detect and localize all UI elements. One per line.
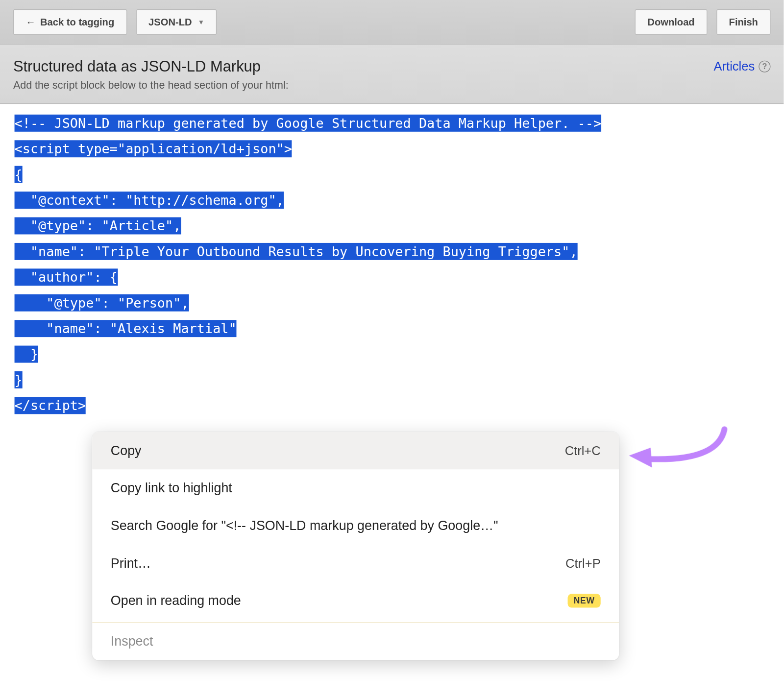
articles-link[interactable]: Articles ? bbox=[713, 59, 770, 74]
header-area: Structured data as JSON-LD Markup Add th… bbox=[0, 45, 784, 104]
page-subtitle: Add the script block below to the head s… bbox=[13, 80, 714, 92]
menu-item-label: Copy link to highlight bbox=[111, 481, 601, 496]
code-line: } bbox=[15, 371, 23, 388]
context-menu-copy[interactable]: Copy Ctrl+C bbox=[92, 432, 619, 470]
code-area: <!-- JSON-LD markup generated by Google … bbox=[0, 104, 784, 445]
code-line: </script> bbox=[15, 397, 86, 414]
code-line: "name": "Triple Your Outbound Results by… bbox=[15, 243, 578, 260]
new-badge: NEW bbox=[568, 594, 601, 607]
menu-item-label: Search Google for "<!-- JSON-LD markup g… bbox=[111, 518, 601, 533]
menu-item-label: Print… bbox=[111, 555, 565, 571]
context-menu-print[interactable]: Print… Ctrl+P bbox=[92, 544, 619, 582]
page-title: Structured data as JSON-LD Markup bbox=[13, 58, 714, 75]
menu-item-label: Inspect bbox=[111, 634, 601, 649]
help-icon: ? bbox=[759, 61, 770, 72]
code-block[interactable]: <!-- JSON-LD markup generated by Google … bbox=[15, 111, 771, 419]
context-menu-reading-mode[interactable]: Open in reading mode NEW bbox=[92, 582, 619, 620]
code-line: } bbox=[15, 346, 39, 363]
finish-button[interactable]: Finish bbox=[716, 9, 770, 35]
menu-item-label: Copy bbox=[111, 443, 565, 458]
context-menu-copy-link[interactable]: Copy link to highlight bbox=[92, 469, 619, 507]
articles-label: Articles bbox=[713, 59, 755, 74]
menu-item-label: Open in reading mode bbox=[111, 593, 559, 608]
chevron-down-icon: ▼ bbox=[198, 19, 204, 26]
download-button[interactable]: Download bbox=[635, 9, 707, 35]
back-to-tagging-button[interactable]: ← Back to tagging bbox=[13, 9, 127, 35]
code-line: "author": { bbox=[15, 268, 118, 286]
context-menu: Copy Ctrl+C Copy link to highlight Searc… bbox=[92, 432, 619, 660]
code-line: "@type": "Article", bbox=[15, 217, 181, 235]
toolbar: ← Back to tagging JSON-LD ▼ Download Fin… bbox=[0, 0, 784, 45]
code-line: { bbox=[15, 166, 23, 183]
code-line: "@type": "Person", bbox=[15, 294, 189, 312]
code-line: <!-- JSON-LD markup generated by Google … bbox=[15, 115, 602, 132]
context-menu-inspect[interactable]: Inspect bbox=[92, 623, 619, 660]
context-menu-search[interactable]: Search Google for "<!-- JSON-LD markup g… bbox=[92, 507, 619, 545]
back-label: Back to tagging bbox=[40, 17, 114, 28]
format-label: JSON-LD bbox=[148, 17, 192, 28]
menu-item-shortcut: Ctrl+P bbox=[565, 556, 601, 571]
code-line: "name": "Alexis Martial" bbox=[15, 320, 237, 337]
arrow-left-icon: ← bbox=[25, 17, 35, 28]
format-dropdown[interactable]: JSON-LD ▼ bbox=[136, 9, 217, 35]
menu-item-shortcut: Ctrl+C bbox=[565, 443, 601, 458]
code-line: "@context": "http://schema.org", bbox=[15, 192, 284, 209]
code-line: <script type="application/ld+json"> bbox=[15, 140, 292, 157]
